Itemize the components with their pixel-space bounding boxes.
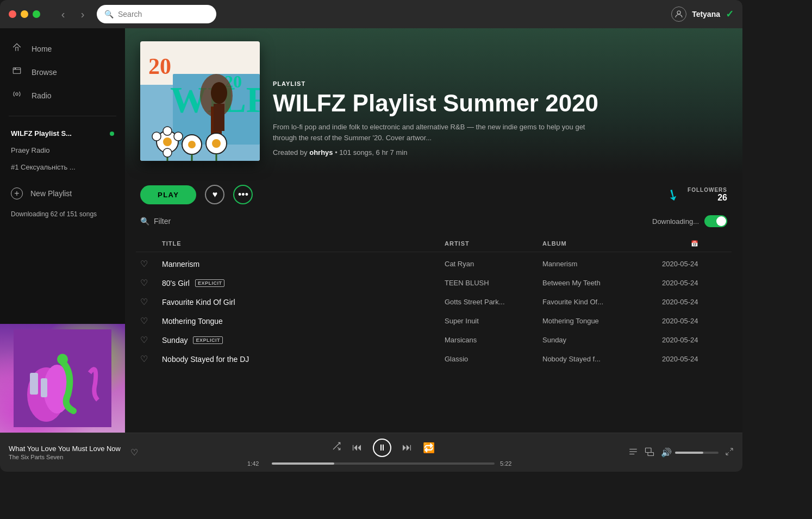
- volume-fill: [675, 452, 703, 454]
- track-title: Sunday: [162, 336, 188, 345]
- song-count: 101 songs, 6 hr 7 min: [339, 148, 407, 157]
- volume-icon[interactable]: 🔊: [661, 447, 672, 458]
- forward-button[interactable]: ›: [75, 7, 90, 22]
- track-row[interactable]: ♡ Favourite Kind Of Girl Gotts Street Pa…: [136, 292, 732, 311]
- sidebar-item-browse-label: Browse: [32, 68, 57, 77]
- downloading-toggle[interactable]: [704, 215, 727, 227]
- minimize-button[interactable]: [21, 10, 28, 18]
- playlist-info: PLAYLIST WILFZ Playlist Summer 2020 From…: [273, 41, 727, 161]
- track-album: Favourite Kind Of...: [542, 298, 662, 306]
- volume-bar[interactable]: [675, 452, 719, 454]
- track-title-cell: Nobody Stayed for the DJ: [162, 355, 445, 364]
- sidebar-item-radio-label: Radio: [32, 91, 52, 100]
- svg-line-41: [730, 448, 733, 451]
- shuffle-button[interactable]: [332, 441, 341, 454]
- plus-icon: +: [11, 187, 23, 199]
- track-row[interactable]: ♡ 80's Girl EXPLICIT TEEN BLUSH Between …: [136, 273, 732, 292]
- user-avatar-icon: [671, 7, 686, 22]
- sidebar-item-home[interactable]: Home: [0, 37, 125, 60]
- player-buttons: ⏮ ⏸ ⏭ 🔁: [332, 439, 435, 457]
- track-row[interactable]: ♡ Sunday EXPLICIT Marsicans Sunday 2020-…: [136, 330, 732, 349]
- track-row[interactable]: ♡ Mothering Tongue Super Inuit Mothering…: [136, 311, 732, 330]
- back-button[interactable]: ‹: [55, 7, 71, 22]
- new-playlist-label: New Playlist: [30, 189, 72, 198]
- svg-point-0: [677, 11, 680, 14]
- track-date: 2020-05-24: [662, 317, 727, 325]
- queue-button[interactable]: [628, 447, 638, 459]
- search-input[interactable]: [118, 10, 209, 18]
- sidebar-item-browse[interactable]: Browse: [0, 60, 125, 84]
- track-title-cell: 80's Girl EXPLICIT: [162, 279, 445, 287]
- svg-rect-39: [646, 448, 652, 452]
- app-container: ‹ › 🔍 Tetyana ✓: [0, 0, 742, 472]
- fullscreen-button[interactable]: [725, 447, 734, 458]
- filter-placeholder-text[interactable]: Filter: [154, 217, 171, 226]
- track-title: Favourite Kind Of Girl: [162, 298, 235, 307]
- track-title-cell: Mannerism: [162, 260, 445, 268]
- col-title-header: TITLE: [162, 240, 445, 247]
- followers-label: FOLLOWERS: [688, 187, 727, 193]
- playlist-item-seks[interactable]: #1 Сексуальність ...: [0, 159, 125, 176]
- playlist-item-seks-label: #1 Сексуальність ...: [11, 163, 76, 171]
- devices-button[interactable]: [645, 447, 654, 459]
- track-artist: Super Inuit: [445, 317, 542, 325]
- next-button[interactable]: ⏭: [402, 442, 412, 453]
- svg-rect-40: [648, 452, 654, 455]
- track-title: 80's Girl: [162, 279, 190, 287]
- current-time: 1:42: [247, 460, 266, 467]
- track-date: 2020-05-24: [662, 298, 727, 306]
- track-artist: Cat Ryan: [445, 260, 542, 268]
- col-album-header: ALBUM: [542, 240, 662, 247]
- downloading-toggle-row: Downloading...: [652, 215, 727, 227]
- playlist-item-praey-label: Praey Radio: [11, 146, 50, 154]
- sidebar-item-radio[interactable]: Radio: [0, 84, 125, 107]
- track-row[interactable]: ♡ Nobody Stayed for the DJ Glassio Nobod…: [136, 349, 732, 368]
- track-title: Mannerism: [162, 260, 199, 268]
- playlist-item-praey[interactable]: Praey Radio: [0, 142, 125, 159]
- new-playlist-button[interactable]: + New Playlist: [0, 182, 125, 205]
- now-playing-heart-icon[interactable]: ♡: [130, 447, 138, 458]
- track-like-icon[interactable]: ♡: [140, 278, 162, 288]
- svg-point-26: [212, 139, 221, 148]
- track-date: 2020-05-24: [662, 279, 727, 287]
- progress-bar[interactable]: [272, 462, 495, 465]
- volume-control: 🔊: [661, 447, 719, 458]
- track-like-icon[interactable]: ♡: [140, 259, 162, 269]
- track-like-icon[interactable]: ♡: [140, 354, 162, 364]
- track-like-icon[interactable]: ♡: [140, 297, 162, 307]
- play-button[interactable]: PLAY: [140, 185, 196, 204]
- nav-buttons: ‹ ›: [55, 7, 90, 22]
- sidebar-nav: Home Browse Radio: [0, 28, 125, 111]
- playlist-item-wilfz[interactable]: WILFZ Playlist S...: [0, 125, 125, 142]
- more-options-button[interactable]: •••: [233, 185, 253, 204]
- track-row[interactable]: ♡ Mannerism Cat Ryan Mannerism 2020-05-2…: [136, 254, 732, 273]
- track-artist: TEEN BLUSH: [445, 279, 542, 287]
- filter-input-wrap: 🔍 Filter: [140, 217, 171, 226]
- repeat-button[interactable]: 🔁: [423, 442, 435, 454]
- track-like-icon[interactable]: ♡: [140, 335, 162, 345]
- track-like-icon[interactable]: ♡: [140, 316, 162, 326]
- explicit-badge: EXPLICIT: [193, 336, 223, 344]
- calendar-icon: 📅: [691, 240, 699, 247]
- checkmark-icon: ✓: [726, 8, 734, 20]
- track-album: Nobody Stayed f...: [542, 355, 662, 363]
- svg-point-19: [211, 82, 227, 104]
- downloading-toggle-label: Downloading...: [652, 217, 699, 226]
- close-button[interactable]: [9, 10, 16, 18]
- svg-point-8: [57, 354, 68, 365]
- active-indicator: [110, 132, 114, 136]
- creator-link[interactable]: ohrhys: [309, 148, 333, 157]
- playlist-title: WILFZ Playlist Summer 2020: [273, 90, 727, 116]
- previous-button[interactable]: ⏮: [352, 442, 362, 453]
- maximize-button[interactable]: [33, 10, 40, 18]
- like-button[interactable]: ♥: [205, 185, 224, 204]
- play-pause-button[interactable]: ⏸: [373, 439, 391, 457]
- sidebar: Home Browse Radio: [0, 28, 125, 433]
- main-layout: Home Browse Radio: [0, 28, 742, 433]
- track-album: Mothering Tongue: [542, 317, 662, 325]
- heart-icon: ♥: [213, 190, 218, 199]
- followers-section: FOLLOWERS 26: [688, 187, 727, 203]
- home-icon: [11, 42, 23, 55]
- svg-line-42: [726, 452, 729, 455]
- track-title: Nobody Stayed for the DJ: [162, 355, 249, 364]
